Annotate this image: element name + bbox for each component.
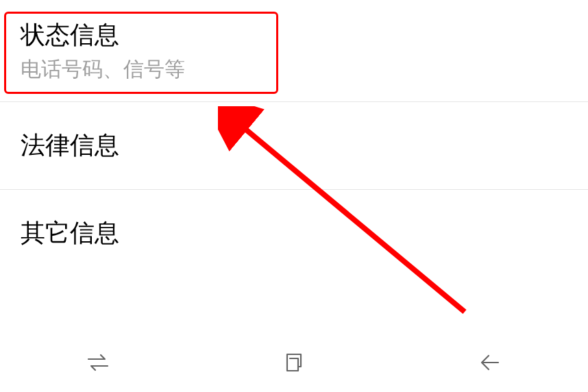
home-icon xyxy=(283,352,305,373)
other-info-item[interactable]: 其它信息 xyxy=(0,190,588,277)
status-info-item[interactable]: 状态信息 电话号码、信号等 xyxy=(0,0,588,102)
status-info-subtitle: 电话号码、信号等 xyxy=(21,56,567,82)
legal-info-item[interactable]: 法律信息 xyxy=(0,102,588,190)
legal-info-title: 法律信息 xyxy=(21,130,567,162)
back-arrow-icon xyxy=(478,352,502,373)
status-info-title: 状态信息 xyxy=(21,19,567,51)
back-button[interactable] xyxy=(449,342,531,383)
navigation-bar xyxy=(0,333,588,392)
settings-list: 状态信息 电话号码、信号等 法律信息 其它信息 xyxy=(0,0,588,276)
recent-apps-button[interactable] xyxy=(57,342,139,383)
home-button[interactable] xyxy=(253,342,335,383)
swap-icon xyxy=(84,352,112,373)
other-info-title: 其它信息 xyxy=(21,217,567,249)
